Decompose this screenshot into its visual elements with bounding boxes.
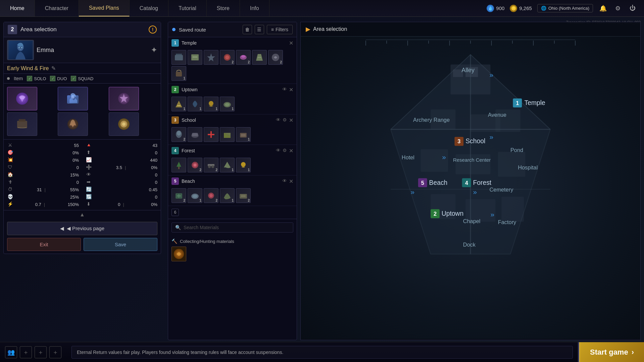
exit-button[interactable]: Exit	[7, 238, 81, 251]
uptown-close-icon[interactable]: ✕	[289, 87, 293, 93]
forest-item-5[interactable]: 1	[236, 158, 251, 172]
delete-route-button[interactable]: 🗑	[243, 25, 252, 34]
beach-item-1[interactable]: 2	[171, 188, 186, 203]
left-panel: 2 Area selection !	[3, 22, 161, 254]
nav-character[interactable]: Character	[35, 0, 79, 16]
svg-text:Factory: Factory	[498, 219, 516, 225]
beach-item-5[interactable]: 2	[236, 188, 251, 203]
notification-icon[interactable]: 🔔	[598, 4, 608, 13]
temple-item-4-count: 2	[232, 60, 234, 64]
forest-item-4[interactable]: 1	[220, 158, 235, 172]
squad-checkbox[interactable]: ✓ SQUAD	[71, 76, 93, 81]
character-name: Emma	[37, 47, 54, 54]
party-add-icon-2[interactable]: ＋	[35, 346, 47, 358]
amp-value: 0%	[72, 158, 79, 163]
nav-tutorial[interactable]: Tutorial	[168, 0, 207, 16]
item-filter-row: Item ✓ SOLO ✓ DUO ✓ SQUAD	[4, 74, 161, 84]
heal-pct: 0%	[151, 165, 157, 170]
region-selector[interactable]: 🌐 Ohio (North America)	[537, 4, 593, 12]
location-school: 3 School 👁 ⚙ ✕ 2 1	[168, 114, 297, 145]
school-item-1[interactable]: 2	[171, 127, 186, 142]
temple-item-5[interactable]: 2	[236, 50, 251, 65]
globe-icon: 🌐	[541, 6, 546, 11]
uptown-title: Uptown	[182, 87, 197, 92]
beach-close-icon[interactable]: ✕	[289, 178, 293, 185]
previous-page-button[interactable]: ◀ ◀ Previous page	[7, 222, 157, 235]
item-slot-4[interactable]	[7, 112, 37, 136]
forest-filter-icon[interactable]: ⚙	[283, 148, 287, 154]
svg-point-40	[211, 165, 214, 168]
svg-rect-76	[501, 197, 524, 221]
beach-item-3[interactable]: 2	[204, 188, 218, 203]
favorite-star-icon[interactable]: ✦	[151, 45, 157, 55]
forest-eye-icon[interactable]: 👁	[276, 148, 281, 154]
school-item-4[interactable]	[220, 127, 235, 142]
uptown-eye-icon[interactable]: 👁	[282, 87, 287, 93]
uptown-item-1[interactable]: 1	[171, 97, 186, 111]
temple-item-8[interactable]: 1	[171, 66, 186, 81]
svg-rect-34	[178, 167, 180, 169]
search-input-row[interactable]: 🔍 Search Materials	[171, 222, 293, 232]
temple-item-7[interactable]: 2	[268, 50, 283, 65]
nav-catalog[interactable]: Catalog	[130, 0, 168, 16]
nav-store[interactable]: Store	[207, 0, 240, 16]
action-rows: ◀ ◀ Previous page Exit Save	[4, 219, 161, 254]
beach-item-4-count: 1	[232, 199, 234, 202]
uptown-item-3[interactable]: 1	[204, 97, 218, 111]
temple-item-2[interactable]	[188, 50, 202, 65]
item-slot-2[interactable]	[58, 87, 88, 110]
school-item-3[interactable]	[204, 127, 218, 142]
duo-checkbox[interactable]: ✓ DUO	[50, 76, 67, 81]
filters-button[interactable]: ≡ Filters	[267, 25, 293, 34]
collecting-header: 🔨 Collecting/Hunting materials	[171, 239, 293, 244]
forest-item-3[interactable]: 2	[204, 158, 218, 172]
school-close-icon[interactable]: ✕	[289, 117, 293, 123]
party-add-icon-3[interactable]: ＋	[49, 346, 61, 358]
forest-item-5-count: 1	[248, 168, 250, 172]
collecting-item-1[interactable]	[171, 247, 186, 261]
nav-home[interactable]: Home	[0, 0, 35, 16]
save-button[interactable]: Save	[84, 238, 157, 251]
uptown-item-4[interactable]: 1	[220, 97, 235, 111]
svg-text:Temple: Temple	[525, 99, 545, 106]
nav-info[interactable]: Info	[240, 0, 269, 16]
beach-item-2[interactable]: 1	[188, 188, 202, 203]
start-game-button[interactable]: Start game ›	[579, 342, 644, 362]
school-eye-icon[interactable]: 👁	[276, 117, 281, 123]
temple-item-4[interactable]: 2	[220, 50, 235, 65]
settings-icon[interactable]: ⚙	[613, 4, 623, 13]
svg-rect-9	[17, 121, 27, 128]
temple-close-icon[interactable]: ✕	[289, 40, 293, 46]
solo-checkbox[interactable]: ✓ SOLO	[27, 76, 46, 81]
item-slot-5[interactable]	[58, 112, 88, 136]
duo-checkbox-box: ✓	[50, 76, 55, 81]
svg-text:»: »	[473, 188, 477, 196]
temple-item-6[interactable]	[252, 50, 267, 65]
item-slot-1[interactable]	[7, 87, 37, 110]
party-group-icon[interactable]: 👥	[5, 346, 17, 358]
uptown-item-2[interactable]: 1	[188, 97, 202, 111]
warning-button[interactable]: !	[149, 25, 157, 34]
school-item-2[interactable]	[188, 127, 202, 142]
school-filter-icon[interactable]: ⚙	[283, 117, 287, 123]
forest-item-1[interactable]	[171, 158, 186, 172]
stat-sp: 🔺 43	[86, 142, 157, 148]
list-view-button[interactable]: ☰	[255, 25, 264, 34]
temple-item-3[interactable]	[204, 50, 218, 65]
forest-close-icon[interactable]: ✕	[289, 148, 293, 154]
item-slot-6[interactable]	[109, 112, 139, 136]
beach-item-4[interactable]: 1	[220, 188, 235, 203]
svg-rect-33	[241, 134, 246, 137]
map-svg: » » » » » » 1 Temple 2 Uptown 3 School 4…	[301, 40, 640, 339]
forest-item-2[interactable]: 2	[188, 158, 202, 172]
temple-item-1[interactable]	[171, 50, 186, 65]
expand-row[interactable]: ▲	[4, 210, 161, 219]
power-icon[interactable]: ⏻	[628, 4, 637, 13]
move-icon: ➡	[86, 179, 92, 185]
nav-saved-plans[interactable]: Saved Plans	[79, 0, 130, 16]
item-slot-3[interactable]	[109, 87, 139, 110]
party-add-icon-1[interactable]: ＋	[20, 346, 32, 358]
beach-eye-icon[interactable]: 👁	[282, 178, 287, 185]
school-item-5[interactable]: 1	[236, 127, 251, 142]
edit-plan-icon[interactable]: ✎	[51, 65, 56, 71]
